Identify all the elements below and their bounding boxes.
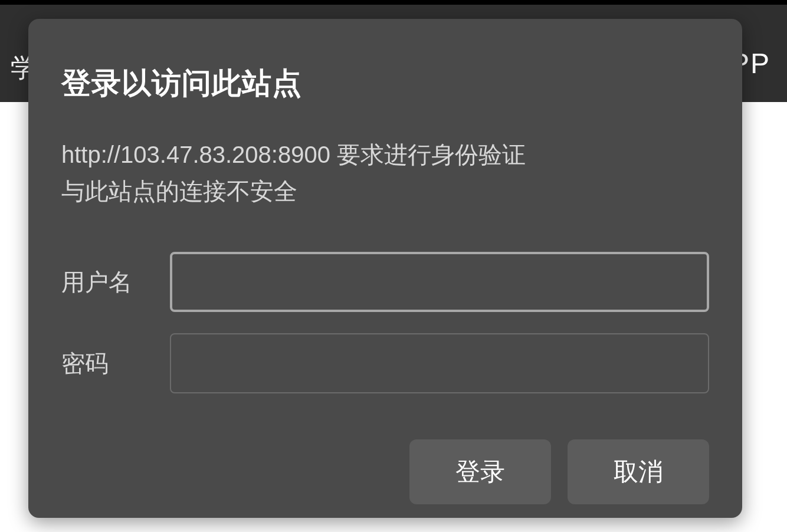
window-top-border bbox=[0, 0, 787, 5]
username-label: 用户名 bbox=[61, 266, 170, 298]
dialog-message: http://103.47.83.208:8900 要求进行身份验证 与此站点的… bbox=[61, 136, 709, 209]
dialog-button-row: 登录 取消 bbox=[61, 439, 709, 504]
username-input[interactable] bbox=[170, 252, 709, 312]
dialog-message-line2: 与此站点的连接不安全 bbox=[61, 173, 709, 209]
dialog-title: 登录以访问此站点 bbox=[61, 64, 709, 103]
cancel-button[interactable]: 取消 bbox=[568, 439, 709, 504]
password-row: 密码 bbox=[61, 333, 709, 393]
modal-overlay: 登录以访问此站点 http://103.47.83.208:8900 要求进行身… bbox=[0, 0, 787, 532]
password-label: 密码 bbox=[61, 347, 170, 380]
login-button[interactable]: 登录 bbox=[409, 439, 551, 504]
http-auth-dialog: 登录以访问此站点 http://103.47.83.208:8900 要求进行身… bbox=[28, 19, 742, 518]
dialog-message-line1: http://103.47.83.208:8900 要求进行身份验证 bbox=[61, 136, 709, 173]
password-input[interactable] bbox=[170, 333, 709, 393]
username-row: 用户名 bbox=[61, 252, 709, 312]
